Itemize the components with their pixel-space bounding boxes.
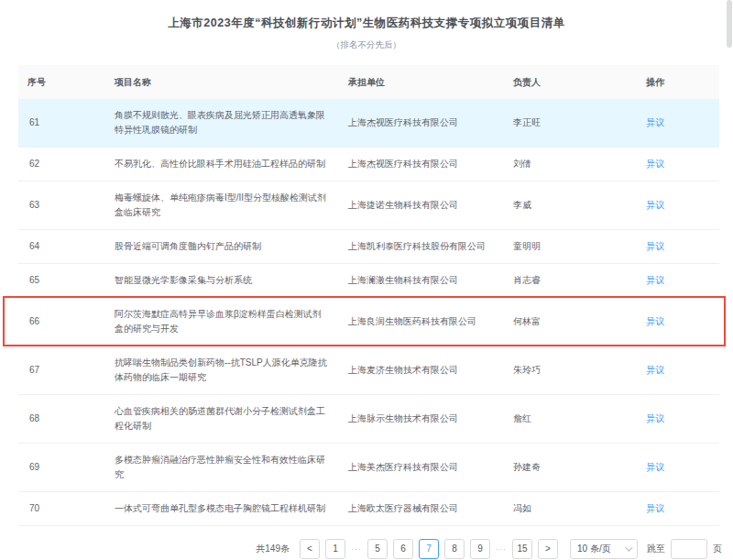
project-name: 阿尔茨海默症高特异早诊血浆β淀粉样蛋白检测试剂盒的研究与开发 [105, 298, 339, 346]
org-name: 上海脉示生物技术有限公司 [339, 402, 504, 435]
project-name: 不易乳化、高性价比眼科手术用硅油工程样品的研制 [105, 148, 339, 181]
project-name: 梅毒螺旋体、单纯疱疹病毒I型/II型分型核酸检测试剂盒临床研究 [105, 181, 339, 229]
row-number: 65 [18, 264, 105, 297]
col-header-org: 承担单位 [339, 75, 504, 90]
page-button-15[interactable]: 15 [512, 539, 532, 559]
objection-link[interactable]: 异议 [646, 275, 664, 285]
pagination-ellipsis[interactable]: ··· [351, 544, 362, 554]
jump-suffix: 页 [713, 543, 722, 555]
action-cell: 异议 [637, 264, 719, 297]
prev-page-button[interactable]: < [300, 539, 320, 559]
action-cell: 异议 [637, 451, 719, 484]
action-cell: 异议 [637, 492, 719, 525]
pagination: 共149条 <1···56789···15> 10 条/页 跳至 页 [0, 539, 722, 559]
person-name: 刘倩 [504, 148, 637, 181]
objection-link[interactable]: 异议 [646, 117, 664, 127]
project-name: 多模态肿瘤消融治疗恶性肿瘤安全性和有效性临床研究 [105, 444, 339, 491]
page-button-1[interactable]: 1 [325, 539, 345, 559]
org-name: 上海良润生物医药科技有限公司 [339, 305, 504, 338]
row-number: 64 [18, 230, 105, 263]
table-row[interactable]: 66阿尔茨海默症高特异早诊血浆β淀粉样蛋白检测试剂盒的研究与开发上海良润生物医药… [18, 298, 719, 346]
total-count: 共149条 [256, 543, 290, 555]
page-size-select[interactable]: 10 条/页 [570, 539, 638, 559]
page-button-7[interactable]: 7 [419, 539, 439, 559]
col-header-person: 负责人 [504, 75, 637, 90]
action-cell: 异议 [637, 230, 719, 263]
action-cell: 异议 [637, 106, 719, 139]
objection-link[interactable]: 异议 [646, 200, 664, 210]
org-name: 上海凯利泰医疗科技股份有限公司 [339, 230, 504, 263]
person-name: 童明明 [504, 230, 637, 263]
page-title: 上海市2023年度“科技创新行动计划”生物医药科技支撑专项拟立项项目清单 [0, 16, 733, 31]
person-name: 肖志睿 [504, 264, 637, 297]
scrollbar[interactable] [727, 0, 732, 48]
col-header-number: 序号 [18, 75, 105, 90]
page-size-value: 10 条/页 [577, 543, 611, 555]
org-name: 上海捷诺生物科技有限公司 [339, 189, 504, 222]
org-name: 上海美杰医疗科技有限公司 [339, 451, 504, 484]
project-name: 抗哮喘生物制品类创新药物--抗TSLP人源化单克隆抗体药物的临床一期研究 [105, 346, 339, 394]
project-table: 序号 项目名称 承担单位 负责人 操作 61角膜不规则散光、眼表疾病及屈光矫正用… [18, 65, 719, 526]
objection-link[interactable]: 异议 [646, 462, 664, 472]
pagination-ellipsis[interactable]: ··· [496, 544, 507, 554]
org-name: 上海欧太医疗器械有限公司 [339, 492, 504, 525]
row-number: 61 [18, 106, 105, 139]
row-number: 68 [18, 402, 105, 435]
chevron-down-icon [625, 544, 632, 551]
action-cell: 异议 [637, 148, 719, 181]
org-name: 上海杰视医疗科技有限公司 [339, 106, 504, 139]
page-header: 上海市2023年度“科技创新行动计划”生物医药科技支撑专项拟立项项目清单 （排名… [0, 0, 733, 51]
project-name: 心血管疾病相关的肠道菌群代谢小分子检测试剂盒工程化研制 [105, 395, 339, 443]
person-name: 孙建奇 [504, 451, 637, 484]
table-row[interactable]: 62不易乳化、高性价比眼科手术用硅油工程样品的研制上海杰视医疗科技有限公司刘倩异… [18, 148, 719, 181]
project-name: 一体式可弯曲单孔型多模态电子胸腔镜工程样机研制 [105, 492, 339, 525]
person-name: 冯如 [504, 492, 637, 525]
table-row[interactable]: 69多模态肿瘤消融治疗恶性肿瘤安全性和有效性临床研究上海美杰医疗科技有限公司孙建… [18, 444, 719, 492]
row-number: 66 [18, 305, 105, 338]
objection-link[interactable]: 异议 [646, 365, 664, 375]
action-cell: 异议 [637, 354, 719, 387]
table-row[interactable]: 70一体式可弯曲单孔型多模态电子胸腔镜工程样机研制上海欧太医疗器械有限公司冯如异… [18, 492, 719, 526]
page-button-6[interactable]: 6 [393, 539, 413, 559]
table-row[interactable]: 63梅毒螺旋体、单纯疱疹病毒I型/II型分型核酸检测试剂盒临床研究上海捷诺生物科… [18, 181, 719, 230]
next-page-button[interactable]: > [538, 539, 558, 559]
table-row[interactable]: 65智能显微光学影像采集与分析系统上海澜澈生物科技有限公司肖志睿异议 [18, 264, 719, 298]
table-row[interactable]: 64股骨近端可调角度髓内钉产品的研制上海凯利泰医疗科技股份有限公司童明明异议 [18, 230, 719, 264]
row-number: 63 [18, 189, 105, 222]
row-number: 67 [18, 354, 105, 387]
objection-link[interactable]: 异议 [646, 159, 664, 169]
person-name: 何林富 [504, 305, 637, 338]
row-number: 62 [18, 148, 105, 181]
page-button-9[interactable]: 9 [470, 539, 490, 559]
org-name: 上海澜澈生物科技有限公司 [339, 264, 504, 297]
table-row[interactable]: 67抗哮喘生物制品类创新药物--抗TSLP人源化单克隆抗体药物的临床一期研究上海… [18, 346, 719, 395]
project-name: 股骨近端可调角度髓内钉产品的研制 [105, 230, 339, 263]
org-name: 上海麦济生物技术有限公司 [339, 354, 504, 387]
table-header-row: 序号 项目名称 承担单位 负责人 操作 [18, 65, 719, 99]
project-name: 智能显微光学影像采集与分析系统 [105, 264, 339, 297]
objection-link[interactable]: 异议 [646, 413, 664, 423]
person-name: 李正旺 [504, 106, 637, 139]
jump-page-input[interactable] [671, 539, 707, 559]
person-name: 李威 [504, 189, 637, 222]
page-button-8[interactable]: 8 [444, 539, 465, 559]
person-name: 朱玲巧 [504, 354, 637, 387]
org-name: 上海杰视医疗科技有限公司 [339, 148, 504, 181]
action-cell: 异议 [637, 189, 719, 222]
page-subtitle: （排名不分先后） [0, 39, 733, 51]
person-name: 詹红 [504, 402, 637, 435]
project-name: 角膜不规则散光、眼表疾病及屈光矫正用高透氧象限特异性巩膜镜的研制 [105, 99, 339, 147]
table-body: 61角膜不规则散光、眼表疾病及屈光矫正用高透氧象限特异性巩膜镜的研制上海杰视医疗… [18, 99, 719, 526]
action-cell: 异议 [637, 305, 719, 338]
objection-link[interactable]: 异议 [646, 316, 664, 326]
objection-link[interactable]: 异议 [646, 241, 664, 251]
jump-label: 跳至 [647, 543, 665, 555]
table-row[interactable]: 68心血管疾病相关的肠道菌群代谢小分子检测试剂盒工程化研制上海脉示生物技术有限公… [18, 395, 719, 444]
objection-link[interactable]: 异议 [646, 503, 664, 513]
col-header-name: 项目名称 [105, 75, 339, 90]
row-number: 70 [18, 492, 105, 525]
table-row[interactable]: 61角膜不规则散光、眼表疾病及屈光矫正用高透氧象限特异性巩膜镜的研制上海杰视医疗… [18, 99, 719, 148]
page-button-5[interactable]: 5 [367, 539, 388, 559]
row-number: 69 [18, 451, 105, 484]
col-header-action: 操作 [637, 75, 719, 90]
